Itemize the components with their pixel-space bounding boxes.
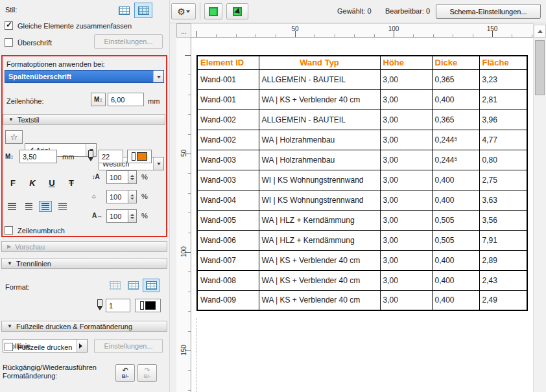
table-cell[interactable]: WA | HLZ + Kerndämmung [259,210,380,230]
table-cell[interactable]: ALLGEMEIN - BAUTEIL [259,69,380,89]
table-row[interactable]: Wand-005WA | HLZ + Kerndämmung3,000,5053… [197,210,527,230]
table-cell[interactable]: Wand-001 [197,89,259,110]
text-size-input[interactable]: 3,50 [19,150,57,163]
separator-pen-input[interactable]: 1 [106,299,130,312]
table-cell[interactable]: 3,23 [479,69,527,89]
table-cell[interactable]: 3,63 [479,190,527,210]
row-height-input[interactable]: 6,00 [108,93,144,106]
letter-spacing-stepper[interactable] [128,209,137,223]
footer-print-checkbox[interactable] [5,343,13,351]
column-header-hoehe[interactable]: Höhe [380,56,432,69]
table-row[interactable]: Wand-006WA | HLZ + Kerndämmung3,000,5057… [197,230,527,250]
table-cell[interactable]: 3,00 [380,230,432,250]
grid-none-button[interactable] [106,279,123,292]
align-left-button[interactable] [5,201,18,212]
table-row[interactable]: Wand-002WA | Holzrahmenbau3,000,244⁵4,77 [197,130,527,150]
table-cell[interactable]: Wand-002 [197,130,259,150]
table-cell[interactable]: Wand-005 [197,210,259,230]
column-header-element-id[interactable]: Element ID [197,56,259,69]
table-cell[interactable]: 0,244⁵ [432,150,479,170]
table-cell[interactable]: 0,365 [432,69,479,89]
align-center-button[interactable] [22,201,35,212]
table-cell[interactable]: Wand-008 [197,270,259,290]
table-row[interactable]: Wand-004WI | KS Wohnungstrennwand3,000,4… [197,190,527,210]
table-cell[interactable]: Wand-006 [197,230,259,250]
grid-partial-button[interactable] [125,279,141,292]
table-row[interactable]: Wand-001ALLGEMEIN - BAUTEIL3,000,3653,23 [197,69,527,89]
table-cell[interactable]: 0,400 [432,170,479,190]
table-cell[interactable]: 2,49 [479,290,527,310]
table-cell[interactable]: WI | KS Wohnungstrennwand [259,170,380,190]
textstyle-section-header[interactable]: ▼ Textstil [3,114,165,125]
table-cell[interactable]: 0,400 [432,270,479,290]
table-cell[interactable]: 3,00 [380,270,432,290]
table-row[interactable]: Wand-007WA | KS + Verblender 40 cm3,000,… [197,250,527,270]
table-cell[interactable]: Wand-003 [197,150,259,170]
table-cell[interactable]: 3,00 [380,69,432,89]
separators-section-header[interactable]: ▼ Trennlinien [1,258,167,269]
table-cell[interactable]: 3,00 [380,290,432,310]
pen-number-input[interactable]: 22 [99,150,123,163]
table-cell[interactable]: 7,91 [479,230,527,250]
table-cell[interactable]: 0,505 [432,210,479,230]
separator-color-button[interactable] [135,299,161,312]
table-cell[interactable]: WA | Holzrahmenbau [259,130,380,150]
table-cell[interactable]: 2,81 [479,89,527,110]
ruler-corner-button[interactable]: ... [176,23,191,38]
table-cell[interactable]: Wand-002 [197,110,259,130]
header-settings-button[interactable]: Einstellungen... [94,34,163,49]
table-cell[interactable]: Wand-004 [197,190,259,210]
width-factor-input[interactable]: 100 [106,190,128,203]
redo-format-button[interactable]: ↷ B/- [137,364,157,382]
table-cell[interactable]: 0,400 [432,250,479,270]
column-header-wand-typ[interactable]: Wand Typ [259,56,380,69]
footer-settings-button[interactable]: Einstellungen... [94,339,163,353]
table-row[interactable]: Wand-003WI | KS Wohnungstrennwand3,000,4… [197,170,527,190]
table-cell[interactable]: 0,80 [479,150,527,170]
table-cell[interactable]: 3,00 [380,150,432,170]
table-cell[interactable]: 0,400 [432,290,479,310]
table-cell[interactable]: 3,56 [479,210,527,230]
table-cell[interactable]: WA | KS + Verblender 40 cm [259,290,380,310]
table-row[interactable]: Wand-009WA | KS + Verblender 40 cm3,000,… [197,290,527,310]
table-row[interactable]: Wand-002ALLGEMEIN - BAUTEIL3,000,3653,96 [197,110,527,130]
strikethrough-button[interactable]: T [64,176,79,189]
table-cell[interactable]: Wand-007 [197,250,259,270]
table-row[interactable]: Wand-008WA | KS + Verblender 40 cm3,000,… [197,270,527,290]
bold-button[interactable]: F [5,176,21,189]
table-cell[interactable]: 2,43 [479,270,527,290]
settings-menu-button[interactable]: ⚙ [171,3,196,19]
scrollbar-thumb[interactable] [535,40,545,95]
letter-spacing-input[interactable]: 100 [106,209,128,223]
align-right-button[interactable] [39,201,52,212]
favorites-button[interactable]: ☆ [5,130,23,144]
row-height-icon-button[interactable]: M↕ [91,93,106,106]
table-cell[interactable]: 3,00 [380,110,432,130]
table-cell[interactable]: 3,00 [380,210,432,230]
table-row[interactable]: Wand-003WA | Holzrahmenbau3,000,244⁵0,80 [197,150,527,170]
table-cell[interactable]: WA | Holzrahmenbau [259,150,380,170]
table-cell[interactable]: Wand-003 [197,170,259,190]
table-cell[interactable]: 3,00 [380,89,432,110]
merge-items-checkbox[interactable]: ✓ [5,21,13,30]
table-cell[interactable]: WA | KS + Verblender 40 cm [259,270,380,290]
width-factor-stepper[interactable] [128,190,137,203]
scroll-up-button[interactable] [534,25,546,38]
pen-color-button[interactable] [127,150,152,163]
grid-full-button[interactable] [143,279,160,292]
align-justify-button[interactable] [56,201,69,212]
select-in-plan-button[interactable] [226,3,248,19]
table-cell[interactable]: 3,00 [380,250,432,270]
table-cell[interactable]: 0,505 [432,230,479,250]
table-cell[interactable]: WI | KS Wohnungstrennwand [259,190,380,210]
column-header-dicke[interactable]: Dicke [432,56,479,69]
table-style-plain-button[interactable] [115,3,133,18]
table-cell[interactable]: 0,365 [432,110,479,130]
undo-format-button[interactable]: ↶ B/- [115,364,135,382]
schema-settings-button[interactable]: Schema-Einstellungen... [436,4,541,19]
footer-section-header[interactable]: ▼ Fußzeile drucken & Formatänderung [1,321,167,332]
table-cell[interactable]: 0,400 [432,89,479,110]
table-cell[interactable]: 3,00 [380,170,432,190]
table-cell[interactable]: WA | KS + Verblender 40 cm [259,89,380,110]
table-cell[interactable]: 2,75 [479,170,527,190]
